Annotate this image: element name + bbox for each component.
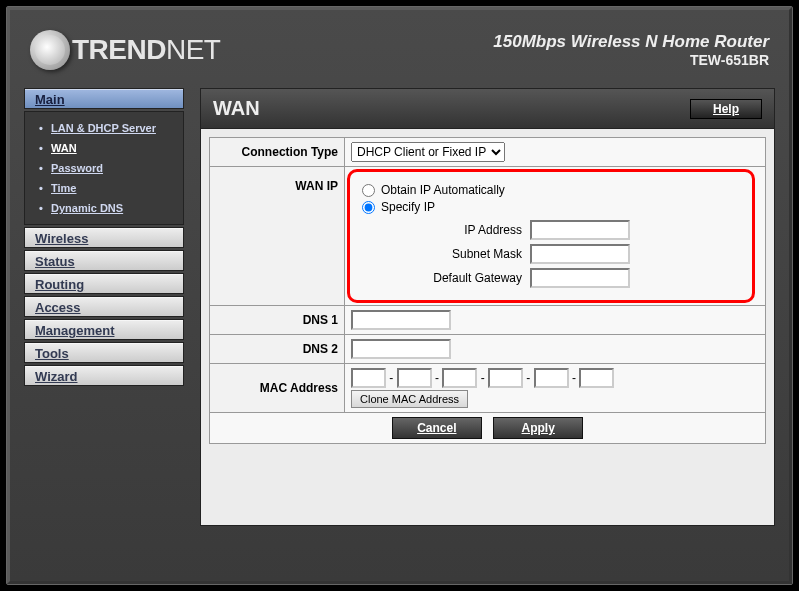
radio-specify-ip[interactable] (362, 201, 375, 214)
submenu-time[interactable]: Time (43, 178, 183, 198)
nav-management[interactable]: Management (24, 319, 184, 340)
settings-table: Connection Type DHCP Client or Fixed IP … (209, 137, 766, 444)
nav-wireless[interactable]: Wireless (24, 227, 184, 248)
nav-main[interactable]: Main (24, 88, 184, 109)
input-mac-4[interactable] (488, 368, 523, 388)
radio-obtain-ip[interactable] (362, 184, 375, 197)
input-mac-3[interactable] (442, 368, 477, 388)
nav-wizard[interactable]: Wizard (24, 365, 184, 386)
connection-type-select[interactable]: DHCP Client or Fixed IP (351, 142, 505, 162)
input-dns1[interactable] (351, 310, 451, 330)
submenu-wan[interactable]: WAN (43, 138, 183, 158)
help-button[interactable]: Help (690, 99, 762, 119)
label-mac-address: MAC Address (210, 364, 345, 413)
content-panel: WAN Help Connection Type DHCP Client or … (200, 88, 775, 526)
input-mac-5[interactable] (534, 368, 569, 388)
input-ip-address[interactable] (530, 220, 630, 240)
brand-logo: TRENDNET (30, 30, 220, 70)
input-dns2[interactable] (351, 339, 451, 359)
wan-ip-highlight: Obtain IP Automatically Specify IP (347, 169, 755, 303)
cancel-button[interactable]: Cancel (392, 417, 482, 439)
input-subnet-mask[interactable] (530, 244, 630, 264)
submenu-lan-dhcp[interactable]: LAN & DHCP Server (43, 118, 183, 138)
nav-access[interactable]: Access (24, 296, 184, 317)
nav-status[interactable]: Status (24, 250, 184, 271)
label-subnet-mask: Subnet Mask (402, 247, 522, 261)
clone-mac-button[interactable]: Clone MAC Address (351, 390, 468, 408)
nav-tools[interactable]: Tools (24, 342, 184, 363)
label-default-gateway: Default Gateway (402, 271, 522, 285)
brand-name-1: TREND (72, 34, 166, 65)
label-connection-type: Connection Type (210, 138, 345, 167)
label-ip-address: IP Address (402, 223, 522, 237)
input-mac-1[interactable] (351, 368, 386, 388)
label-specify-ip: Specify IP (381, 200, 435, 214)
globe-icon (30, 30, 70, 70)
submenu-dynamic-dns[interactable]: Dynamic DNS (43, 198, 183, 218)
header: TRENDNET 150Mbps Wireless N Home Router … (24, 18, 775, 88)
label-dns2: DNS 2 (210, 335, 345, 364)
input-mac-6[interactable] (579, 368, 614, 388)
content-header: WAN Help (201, 89, 774, 129)
label-dns1: DNS 1 (210, 306, 345, 335)
sidebar: Main LAN & DHCP Server WAN Password Time… (24, 88, 184, 526)
input-mac-2[interactable] (397, 368, 432, 388)
apply-button[interactable]: Apply (493, 417, 583, 439)
submenu: LAN & DHCP Server WAN Password Time Dyna… (24, 111, 184, 225)
label-obtain-ip: Obtain IP Automatically (381, 183, 505, 197)
header-title-block: 150Mbps Wireless N Home Router TEW-651BR (493, 32, 769, 68)
product-title: 150Mbps Wireless N Home Router (493, 32, 769, 52)
nav-routing[interactable]: Routing (24, 273, 184, 294)
label-wan-ip: WAN IP (210, 167, 345, 306)
brand-name-2: NET (166, 34, 221, 65)
product-model: TEW-651BR (493, 52, 769, 68)
submenu-password[interactable]: Password (43, 158, 183, 178)
page-title: WAN (213, 97, 260, 120)
input-default-gateway[interactable] (530, 268, 630, 288)
